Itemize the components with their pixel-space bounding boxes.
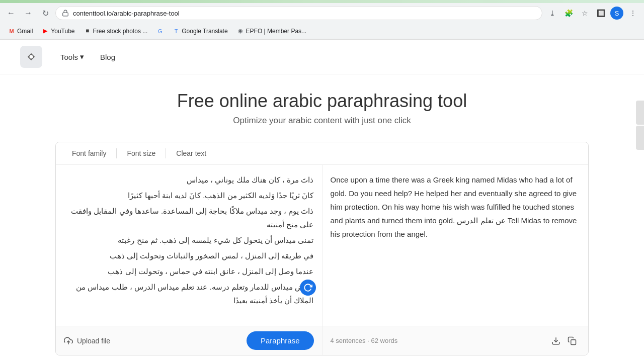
google-favicon-icon: G [156, 28, 164, 35]
bookmarks-bar: M Gmail ▶ YouTube ◾ Free stock photos ..… [0, 23, 644, 39]
logo-icon [24, 50, 38, 64]
clear-text-button[interactable]: Clear text [168, 146, 214, 160]
svg-point-2 [30, 55, 33, 59]
paraphrase-button[interactable]: Paraphrase [247, 331, 314, 350]
profile-avatar: S [610, 7, 623, 20]
arabic-line-2: كانَ ثريًا جدًا وَلديه الكثير من الذهب. … [64, 189, 314, 202]
forward-button[interactable]: → [21, 6, 35, 20]
arabic-input-panel[interactable]: ذاتَ مرة ، كان هناك ملك يوناني ، ميداس ك… [56, 165, 323, 326]
browser-chrome: ← → ↻ contenttool.io/arabic-paraphrase-t… [0, 3, 644, 40]
english-output-panel: Once upon a time there was a Greek king … [323, 165, 589, 326]
arabic-line-4: تمنى ميداس أن يتحول كل شيء يلمسه إلى ذهب… [64, 233, 314, 247]
site-logo[interactable] [20, 46, 42, 68]
download-button[interactable]: ⤓ [545, 6, 559, 20]
copy-output-button[interactable] [564, 333, 580, 349]
pexels-label: Free stock photos ... [93, 28, 148, 35]
site-nav: Tools ▾ Blog [0, 40, 644, 74]
epfo-label: EPFO | Member Pas... [246, 28, 306, 35]
nav-links: Tools ▾ Blog [54, 49, 121, 64]
profile-button[interactable]: S [610, 6, 624, 20]
upload-file-button[interactable]: Upload file [64, 336, 110, 345]
toolbar-divider-1 [116, 148, 117, 158]
sidebar-tab-2[interactable] [636, 126, 644, 150]
sidebar-tab-1[interactable] [636, 101, 644, 125]
download-icon [551, 336, 560, 345]
hero-section: Free online arabic paraphrasing tool Opt… [0, 74, 644, 134]
translate-icon: T [173, 28, 180, 35]
tools-nav-link[interactable]: Tools ▾ [54, 49, 90, 64]
extensions-button[interactable]: 🧩 [561, 6, 576, 20]
bookmark-pexels[interactable]: ◾ Free stock photos ... [80, 26, 152, 36]
browser-actions: ⤓ 🧩 ☆ 🔲 S ⋮ [545, 6, 640, 20]
upload-icon [64, 336, 73, 345]
arabic-line-1: ذاتَ مرة ، كان هناك ملك يوناني ، ميداس [64, 173, 314, 187]
translate-label: Google Translate [182, 28, 227, 35]
tools-dropdown-icon: ▾ [80, 52, 84, 61]
bookmark-epfo[interactable]: ◉ EPFO | Member Pas... [233, 26, 310, 36]
right-sidebar [636, 101, 644, 150]
font-family-button[interactable]: Font family [64, 146, 114, 160]
gmail-label: Gmail [17, 28, 33, 35]
download-output-button[interactable] [548, 333, 564, 349]
tool-panels: ذاتَ مرة ، كان هناك ملك يوناني ، ميداس ك… [56, 165, 588, 326]
page-content: Tools ▾ Blog Free online arabic paraphra… [0, 40, 644, 362]
svg-rect-5 [571, 339, 576, 344]
epfo-icon: ◉ [237, 28, 244, 35]
address-bar[interactable]: contenttool.io/arabic-paraphrase-tool [55, 6, 542, 20]
menu-button[interactable]: ⋮ [626, 6, 640, 20]
left-bottom-section: Upload file Paraphrase [56, 326, 323, 355]
word-count: 4 sentences · 62 words [331, 337, 548, 344]
svg-rect-0 [63, 13, 68, 16]
hero-title: Free online arabic paraphrasing tool [10, 90, 634, 112]
copy-icon [568, 336, 577, 345]
pexels-icon: ◾ [84, 28, 91, 35]
arabic-text-content: ذاتَ مرة ، كان هناك ملك يوناني ، ميداس ك… [64, 173, 314, 307]
bookmark-youtube[interactable]: ▶ YouTube [38, 26, 78, 36]
tool-bottom-row: Upload file Paraphrase 4 sentences · 62 … [56, 326, 588, 355]
url-text: contenttool.io/arabic-paraphrase-tool [73, 10, 180, 17]
bookmark-button[interactable]: ☆ [578, 6, 592, 20]
extensions-puzzle-button[interactable]: 🔲 [594, 6, 608, 20]
bookmark-google[interactable]: G [152, 26, 168, 36]
hero-subtitle: Optimize your arabic content with just o… [10, 116, 634, 126]
output-text: Once upon a time there was a Greek king … [331, 173, 581, 241]
arabic-line-6: عندما وصل إلى المنزل ، عانق ابنته في حما… [64, 264, 314, 278]
tool-toolbar: Font family Font size Clear text [56, 142, 588, 165]
reload-button[interactable]: ↻ [38, 6, 52, 20]
gmail-icon: M [8, 28, 15, 35]
arabic-line-5: في طريقه إلى المنزل ، لمس الصخور والنبات… [64, 249, 314, 262]
toolbar-divider-2 [166, 148, 166, 158]
font-size-button[interactable]: Font size [119, 146, 164, 160]
back-button[interactable]: ← [4, 6, 18, 20]
browser-top-bar: ← → ↻ contenttool.io/arabic-paraphrase-t… [0, 3, 644, 23]
arabic-line-3: ذاتَ يوم ، وجد ميداس ملاكًا بحاجة إلى ال… [64, 204, 314, 231]
tool-container: Font family Font size Clear text ذاتَ مر… [55, 142, 589, 355]
right-bottom-section: 4 sentences · 62 words [323, 326, 589, 355]
youtube-icon: ▶ [42, 28, 49, 35]
bookmark-translate[interactable]: T Google Translate [169, 26, 231, 36]
refresh-button[interactable] [300, 280, 316, 296]
youtube-label: YouTube [51, 28, 74, 35]
blog-nav-link[interactable]: Blog [94, 50, 121, 64]
upload-label: Upload file [77, 337, 110, 345]
tools-label: Tools [60, 53, 78, 61]
lock-icon [62, 10, 69, 17]
blog-label: Blog [100, 53, 115, 61]
refresh-icon [303, 283, 312, 292]
bookmark-gmail[interactable]: M Gmail [4, 26, 37, 36]
arabic-line-7: تعرض ميداس للدمار وتعلم درسه. عند تعلم م… [64, 280, 314, 307]
